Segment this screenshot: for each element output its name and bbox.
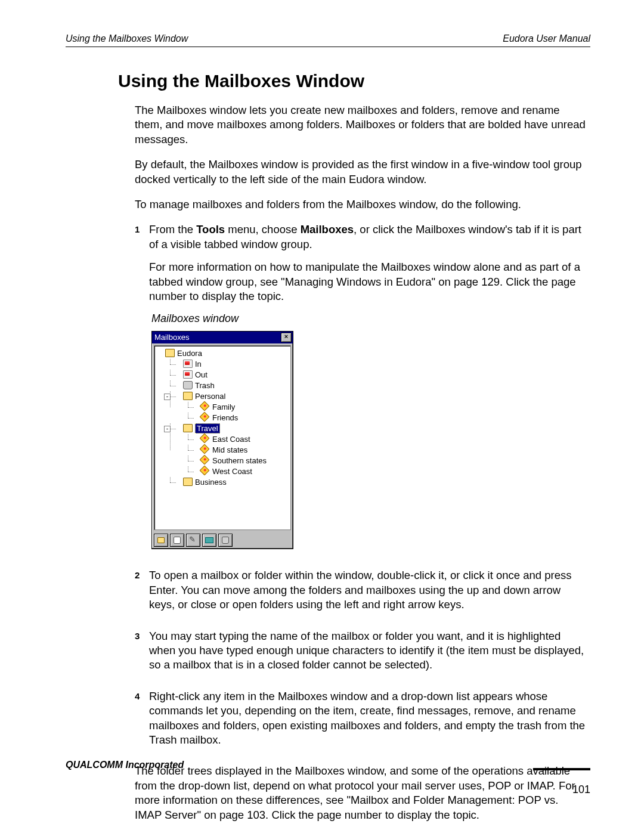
step-number: 3 [135, 629, 149, 681]
tree-mailbox-west[interactable]: West Coast [191, 466, 289, 477]
step-item: 1 From the Tools menu, choose Mailboxes,… [135, 222, 588, 560]
toolbar-open-button[interactable] [202, 534, 216, 547]
running-head: Using the Mailboxes Window Eudora User M… [66, 33, 590, 44]
folder-icon [183, 478, 193, 486]
step-text: Right-click any item in the Mailboxes wi… [149, 689, 588, 756]
mailbox-item-icon [200, 433, 210, 444]
mailboxes-titlebar[interactable]: Mailboxes × [152, 332, 293, 343]
mailboxes-toolbar [152, 532, 293, 549]
tree-mailbox-east[interactable]: East Coast [191, 434, 289, 445]
mailbox-icon [183, 360, 193, 368]
mailboxes-tree[interactable]: Eudora In Out Trash - Personal [154, 345, 291, 530]
step-list: 1 From the Tools menu, choose Mailboxes,… [135, 222, 588, 755]
selected-item: Travel [195, 423, 220, 433]
mailbox-item-icon [200, 466, 210, 476]
close-icon[interactable]: × [281, 333, 292, 342]
tree-mailbox-south[interactable]: Southern states [191, 456, 289, 466]
mailbox-icon [183, 370, 193, 379]
menu-name: Tools [196, 223, 225, 236]
mailbox-item-icon [200, 444, 210, 454]
step-item: 2 To open a mailbox or folder within the… [135, 568, 588, 620]
footer-rule [533, 768, 590, 770]
toolbar-rename-button[interactable] [186, 534, 200, 547]
mailbox-item-icon [200, 455, 210, 465]
tree-mailbox-out[interactable]: Out [174, 370, 289, 380]
tree-mailbox-in[interactable]: In [174, 359, 289, 370]
step-number: 1 [135, 222, 149, 560]
collapse-icon[interactable]: - [164, 394, 171, 400]
toolbar-delete-button[interactable] [218, 534, 233, 547]
tree-mailbox-family[interactable]: Family [191, 402, 289, 413]
section-title: Using the Mailboxes Window [118, 71, 590, 91]
step-number: 4 [135, 689, 149, 756]
toolbar-new-folder-button[interactable] [154, 534, 168, 547]
header-rule [66, 47, 590, 47]
step-text: To open a mailbox or folder within the w… [149, 568, 588, 620]
manual-page: Using the Mailboxes Window Eudora User M… [0, 0, 644, 833]
step-text: From the Tools menu, choose Mailboxes, o… [149, 222, 588, 560]
page-footer: QUALCOMM Incorporated 101 [66, 760, 590, 796]
tree-folder-business[interactable]: Business [174, 477, 289, 488]
running-head-left: Using the Mailboxes Window [66, 33, 188, 44]
folder-open-icon [183, 392, 193, 400]
toolbar-new-mailbox-button[interactable] [170, 534, 184, 547]
intro-paragraph: The Mailboxes window lets you create new… [135, 103, 588, 147]
step-item: 3 You may start typing the name of the m… [135, 629, 588, 681]
trash-icon [183, 381, 193, 389]
body-column: The Mailboxes window lets you create new… [135, 103, 588, 822]
folder-open-icon [183, 424, 193, 432]
page-number: 101 [66, 784, 590, 796]
tree-folder-personal[interactable]: - Personal Family Friends [174, 391, 289, 423]
intro-paragraph: To manage mailboxes and folders from the… [135, 197, 588, 212]
tree-root-eudora[interactable]: Eudora In Out Trash - Personal [156, 348, 289, 488]
step-number: 2 [135, 568, 149, 620]
tree-mailbox-mid[interactable]: Mid states [191, 445, 289, 456]
intro-paragraph: By default, the Mailboxes window is prov… [135, 157, 588, 187]
step-item: 4 Right-click any item in the Mailboxes … [135, 689, 588, 756]
footer-company: QUALCOMM Incorporated [66, 760, 184, 770]
mailbox-item-icon [200, 412, 210, 422]
folder-open-icon [165, 349, 175, 357]
mailbox-item-icon [200, 401, 210, 411]
figure-caption: Mailboxes window [151, 312, 588, 326]
command-name: Mailboxes [301, 223, 354, 236]
tree-folder-travel[interactable]: - Travel East Coast Mid states Southern … [174, 423, 289, 477]
tree-mailbox-trash[interactable]: Trash [174, 380, 289, 391]
running-head-right: Eudora User Manual [503, 33, 590, 44]
step-text: You may start typing the name of the mai… [149, 629, 588, 681]
collapse-icon[interactable]: - [164, 426, 171, 432]
mailboxes-window: Mailboxes × Eudora In Out Trash [151, 331, 293, 549]
mailboxes-title-text: Mailboxes [154, 332, 190, 342]
tree-mailbox-friends[interactable]: Friends [191, 413, 289, 423]
